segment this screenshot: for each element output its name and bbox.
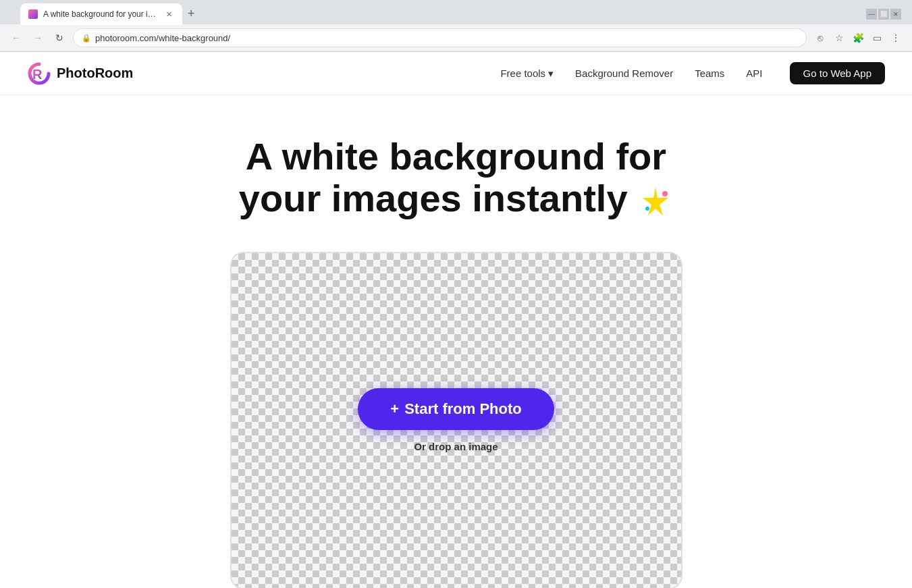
teams-link[interactable]: Teams <box>695 68 724 79</box>
bookmark-button[interactable]: ☆ <box>831 30 847 46</box>
reading-mode-button[interactable]: ▭ <box>869 30 885 46</box>
reload-button[interactable]: ↻ <box>51 30 68 46</box>
title-bar: A white background for your ima ✕ + — ⬜ … <box>0 0 912 24</box>
lock-icon: 🔒 <box>82 34 91 43</box>
tab-bar: A white background for your ima ✕ + <box>15 3 206 25</box>
background-remover-link[interactable]: Background Remover <box>575 68 673 79</box>
api-link[interactable]: API <box>746 68 762 79</box>
browser-menu-button[interactable]: ⋮ <box>888 30 904 46</box>
new-tab-button[interactable]: + <box>182 4 200 24</box>
forward-button[interactable]: → <box>30 30 46 46</box>
headline-line1: A white background for <box>246 135 666 178</box>
browser-actions: ⎋ ☆ 🧩 ▭ ⋮ <box>812 30 904 46</box>
url-bar[interactable]: 🔒 photoroom.com/white-background/ <box>73 28 807 47</box>
main-nav: R PhotoRoom Free tools ▾ B <box>0 52 912 95</box>
close-button[interactable]: ✕ <box>890 9 901 20</box>
logo-text: PhotoRoom <box>57 65 133 81</box>
start-btn-label: Start from Photo <box>404 400 522 418</box>
main-headline: A white background for your images insta… <box>239 136 673 219</box>
nav-links: Free tools ▾ Background Remover Teams AP… <box>500 68 762 80</box>
sparkle-emoji <box>638 180 673 219</box>
svg-text:R: R <box>32 67 43 82</box>
start-btn-plus: + <box>390 400 399 418</box>
logo-link[interactable]: R PhotoRoom <box>27 61 133 86</box>
maximize-button[interactable]: ⬜ <box>878 9 889 20</box>
drop-text: Or drop an image <box>414 441 498 452</box>
svg-point-2 <box>662 191 668 196</box>
upload-area[interactable]: + Start from Photo Or drop an image <box>230 252 682 588</box>
share-button[interactable]: ⎋ <box>812 30 828 46</box>
extensions-button[interactable]: 🧩 <box>850 30 866 46</box>
tab-title: A white background for your ima <box>43 9 158 19</box>
start-from-photo-button[interactable]: + Start from Photo <box>358 388 554 430</box>
svg-point-3 <box>645 207 649 211</box>
website-content: R PhotoRoom Free tools ▾ B <box>0 52 912 588</box>
back-button[interactable]: ← <box>8 30 24 46</box>
url-text: photoroom.com/white-background/ <box>95 33 230 43</box>
active-tab: A white background for your ima ✕ <box>20 3 182 25</box>
address-bar: ← → ↻ 🔒 photoroom.com/white-background/ … <box>0 24 912 52</box>
main-content: A white background for your images insta… <box>0 95 912 588</box>
tab-close-button[interactable]: ✕ <box>163 9 174 20</box>
logo-icon: R <box>27 61 51 86</box>
go-to-web-app-link[interactable]: Go to Web App <box>790 62 885 84</box>
free-tools-link[interactable]: Free tools ▾ <box>500 68 554 80</box>
minimize-button[interactable]: — <box>866 9 877 20</box>
headline-line2: your images instantly <box>239 177 628 219</box>
browser-chrome: A white background for your ima ✕ + — ⬜ … <box>0 0 912 52</box>
tab-favicon <box>28 9 38 19</box>
